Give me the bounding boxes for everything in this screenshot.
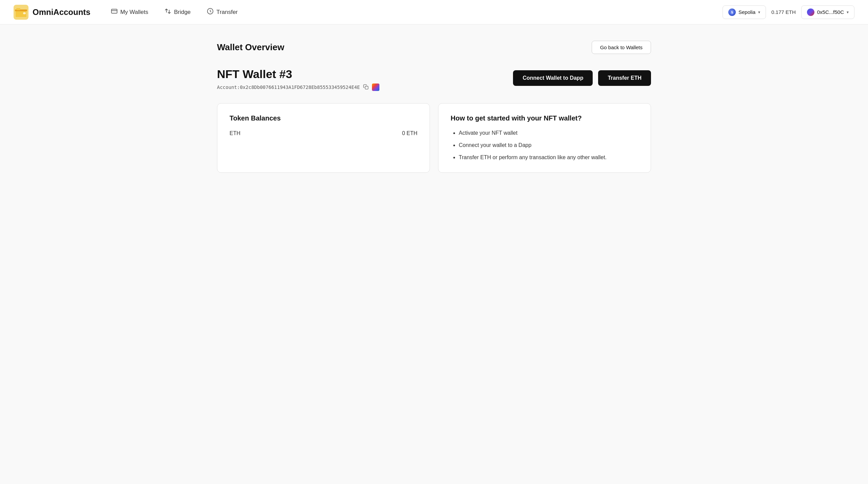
nav-item-bridge[interactable]: Bridge xyxy=(158,5,197,19)
transfer-icon xyxy=(207,8,214,16)
main-nav: My Wallets Bridge Transfer xyxy=(104,5,723,19)
token-balances-title: Token Balances xyxy=(230,114,417,122)
svg-rect-5 xyxy=(16,8,20,10)
bridge-icon xyxy=(164,8,171,16)
cards-grid: Token Balances ETH 0 ETH How to get star… xyxy=(217,103,651,173)
svg-rect-4 xyxy=(23,12,26,14)
wallet-info: NFT Wallet #3 Account:0x2c8Db0076611943A… xyxy=(217,68,513,91)
wallet-header: NFT Wallet #3 Account:0x2c8Db0076611943A… xyxy=(217,68,651,91)
getting-started-title: How to get started with your NFT wallet? xyxy=(451,114,638,122)
nav-item-transfer[interactable]: Transfer xyxy=(200,5,244,19)
connect-wallet-dapp-button[interactable]: Connect Wallet to Dapp xyxy=(513,70,593,86)
getting-started-card: How to get started with your NFT wallet?… xyxy=(438,103,651,173)
svg-rect-6 xyxy=(111,9,117,13)
wallet-account-address: Account:0x2c8Db0076611943A1FD6728Eb85553… xyxy=(217,85,360,90)
brand-logo-icon xyxy=(14,5,28,20)
svg-rect-9 xyxy=(365,86,368,89)
back-to-wallets-button[interactable]: Go back to Wallets xyxy=(592,41,651,54)
nav-my-wallets-label: My Wallets xyxy=(120,9,149,16)
page-header: Wallet Overview Go back to Wallets xyxy=(217,41,651,54)
nav-transfer-label: Transfer xyxy=(216,9,238,16)
wallet-actions: Connect Wallet to Dapp Transfer ETH xyxy=(513,70,651,86)
token-balances-card: Token Balances ETH 0 ETH xyxy=(217,103,430,173)
wallet-name: NFT Wallet #3 xyxy=(217,68,513,81)
transfer-eth-button[interactable]: Transfer ETH xyxy=(598,70,651,86)
blockies-icon[interactable] xyxy=(372,83,379,91)
network-icon xyxy=(728,8,736,16)
wallet-icon xyxy=(111,8,118,16)
main-content: Wallet Overview Go back to Wallets NFT W… xyxy=(197,24,671,189)
token-name-eth: ETH xyxy=(230,130,240,136)
header-right: Sepolia ▾ 0.177 ETH 0x5C...f50C ▾ xyxy=(723,5,854,19)
network-selector[interactable]: Sepolia ▾ xyxy=(723,5,766,19)
nav-item-my-wallets[interactable]: My Wallets xyxy=(104,5,155,19)
wallet-avatar-icon xyxy=(807,8,814,16)
list-item: Connect your wallet to a Dapp xyxy=(459,141,638,149)
wallet-account-row: Account:0x2c8Db0076611943A1FD6728Eb85553… xyxy=(217,83,513,91)
copy-address-icon[interactable] xyxy=(363,84,369,91)
wallet-section: NFT Wallet #3 Account:0x2c8Db0076611943A… xyxy=(217,68,651,91)
list-item: Activate your NFT wallet xyxy=(459,129,638,137)
page-title: Wallet Overview xyxy=(217,42,284,53)
table-row: ETH 0 ETH xyxy=(230,130,417,136)
brand-logo-link[interactable]: OmniAccounts xyxy=(14,5,91,20)
wallet-address-button[interactable]: 0x5C...f50C ▾ xyxy=(801,5,854,19)
token-balance-eth: 0 ETH xyxy=(402,130,417,136)
network-label: Sepolia xyxy=(738,9,755,15)
wallet-address-label: 0x5C...f50C xyxy=(817,9,844,15)
brand-name-text: OmniAccounts xyxy=(33,7,91,17)
nav-bridge-label: Bridge xyxy=(174,9,191,16)
wallet-address-chevron-icon: ▾ xyxy=(847,10,849,15)
header: OmniAccounts My Wallets Bridge xyxy=(0,0,868,24)
list-item: Transfer ETH or perform any transaction … xyxy=(459,153,638,162)
network-chevron-icon: ▾ xyxy=(758,10,760,15)
steps-list: Activate your NFT wallet Connect your wa… xyxy=(451,129,638,162)
eth-balance-display: 0.177 ETH xyxy=(771,9,796,15)
